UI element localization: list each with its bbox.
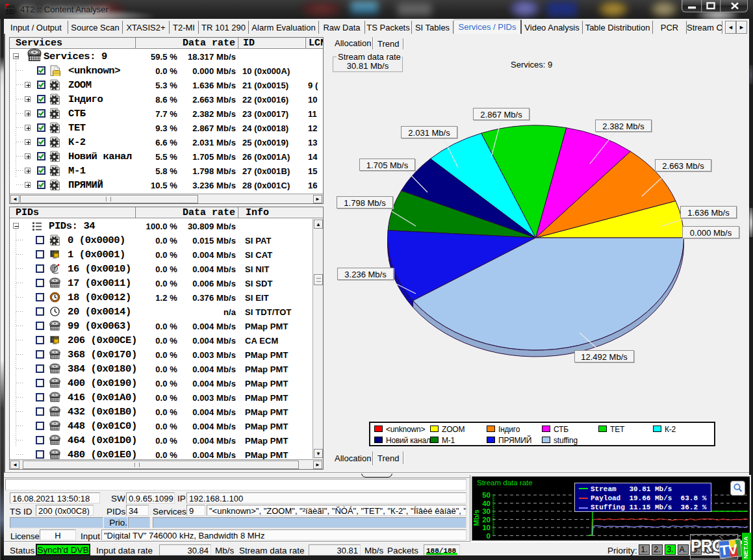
svg-text:0: 0 (487, 532, 491, 540)
svg-text:Mb/s: Mb/s (472, 509, 480, 526)
svg-text:40: 40 (482, 500, 491, 507)
svg-text:30: 30 (482, 507, 491, 515)
svg-text:20: 20 (482, 516, 491, 524)
svg-text:10: 10 (482, 524, 491, 531)
svg-text:Stream data rate: Stream data rate (477, 479, 533, 487)
svg-text:TV: TV (719, 541, 738, 558)
svg-text:50: 50 (482, 491, 491, 499)
